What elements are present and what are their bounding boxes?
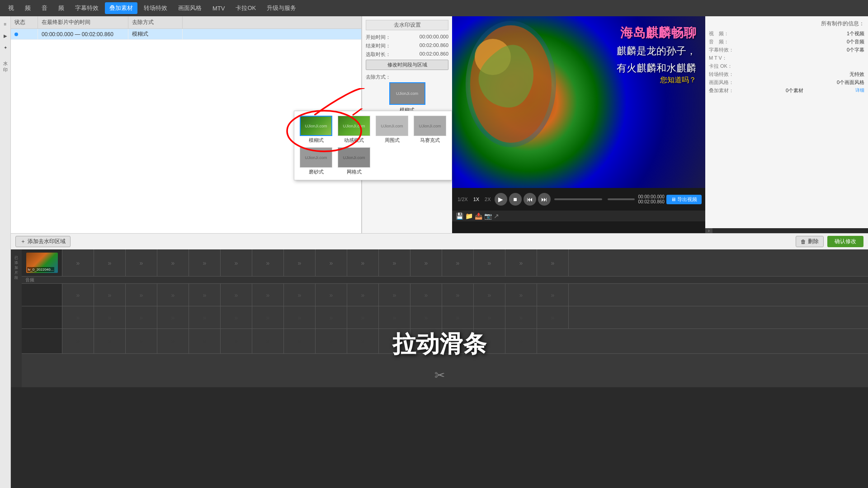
export-button[interactable]: 🖥 导出视频 <box>666 195 702 204</box>
menu-audio2[interactable]: 频 <box>54 2 69 14</box>
sec-cell-1[interactable]: » <box>62 284 94 306</box>
confirm-btn[interactable]: 确认修改 <box>827 236 863 247</box>
sec-cell-6[interactable]: » <box>221 284 252 306</box>
play-button[interactable]: ▶ <box>495 193 507 206</box>
t4-cell-10[interactable]: » <box>347 329 379 353</box>
method-surround[interactable]: UJionJi.com 周围式 <box>374 115 410 145</box>
sec-cell-8[interactable]: » <box>284 284 316 306</box>
sec-cell-2[interactable]: » <box>94 284 126 306</box>
sec-cell-16[interactable]: » <box>537 284 569 306</box>
sec-cell-14[interactable]: » <box>474 284 505 306</box>
t3-cell-5[interactable]: » <box>189 306 221 328</box>
detail-button[interactable]: 详细 <box>855 87 864 94</box>
sec-cell-10[interactable]: » <box>347 284 379 306</box>
t4-cell-6[interactable]: » <box>221 329 252 353</box>
sec-cell-12[interactable]: » <box>410 284 442 306</box>
cell-5[interactable]: » <box>189 249 221 276</box>
prev-button[interactable]: ⏮ <box>524 193 536 206</box>
t3-cell-9[interactable]: » <box>316 306 347 328</box>
t3-cell-8[interactable]: » <box>284 306 316 328</box>
t3-cell-16[interactable]: » <box>537 306 569 328</box>
menu-audio1[interactable]: 音 <box>37 2 52 14</box>
t4-cell-12[interactable]: » <box>410 329 442 353</box>
speed-half-btn[interactable]: 1/2X <box>456 196 470 203</box>
collapse-panel-btn[interactable]: › <box>705 228 712 233</box>
export-icon2[interactable]: 📤 <box>475 212 482 220</box>
t3-cell-11[interactable]: » <box>379 306 410 328</box>
sidebar-icon-2[interactable]: ▶ <box>1 31 10 40</box>
share-icon[interactable]: ↗ <box>494 212 499 220</box>
cell-10[interactable]: » <box>347 249 379 276</box>
sidebar-icon-watermark[interactable]: 水印 <box>1 62 10 71</box>
t4-cell-4[interactable]: » <box>157 329 189 353</box>
folder-icon[interactable]: 📁 <box>465 212 473 220</box>
sidebar-icon-1[interactable]: ≡ <box>1 19 10 28</box>
table-row[interactable]: 00:00:00.000 — 00:02:00.860 模糊式 <box>11 29 361 40</box>
t4-cell-14[interactable]: » <box>474 329 505 353</box>
cell-1[interactable]: » <box>62 249 94 276</box>
menu-transition[interactable]: 转场特效 <box>139 2 172 14</box>
t3-cell-12[interactable]: » <box>410 306 442 328</box>
sidebar-icon-3[interactable]: ✦ <box>1 43 10 52</box>
t4-cell-13[interactable]: » <box>442 329 474 353</box>
progress-bar[interactable] <box>554 198 602 200</box>
t4-cell-2[interactable]: » <box>94 329 126 353</box>
t3-cell-1[interactable]: » <box>62 306 94 328</box>
cell-11[interactable]: » <box>379 249 410 276</box>
t3-cell-6[interactable]: » <box>221 306 252 328</box>
timeline-icon-1[interactable]: 已添加片段 <box>14 255 18 280</box>
method-frosted[interactable]: UJionJi.com 磨砂式 <box>298 146 334 176</box>
t3-cell-15[interactable]: » <box>505 306 537 328</box>
edit-time-btn[interactable]: 修改时间段与区域 <box>366 60 448 70</box>
t3-cell-13[interactable]: » <box>442 306 474 328</box>
menu-video1[interactable]: 视 <box>4 2 19 14</box>
cell-13[interactable]: » <box>442 249 474 276</box>
t4-cell-8[interactable]: » <box>284 329 316 353</box>
menu-upgrade[interactable]: 升级与服务 <box>262 2 301 14</box>
t4-cell-1[interactable]: » <box>62 329 94 353</box>
t3-cell-10[interactable]: » <box>347 306 379 328</box>
t4-cell-3[interactable]: » <box>126 329 157 353</box>
menu-video2[interactable]: 频 <box>20 2 35 14</box>
sec-cell-13[interactable]: » <box>442 284 474 306</box>
t3-cell-2[interactable]: » <box>94 306 126 328</box>
method-blur[interactable]: UJionJi.com 模糊式 <box>298 115 334 145</box>
sec-cell-11[interactable]: » <box>379 284 410 306</box>
method-dropdown[interactable]: UJionJi.com 模糊式 UJionJi.com 动感模式 UJionJi… <box>294 111 452 180</box>
method-mosaic[interactable]: UJionJi.com 马赛克式 <box>412 115 448 145</box>
cell-3[interactable]: » <box>126 249 157 276</box>
cell-2[interactable]: » <box>94 249 126 276</box>
method-grid[interactable]: UJionJi.com 网格式 <box>336 146 372 176</box>
camera-icon[interactable]: 📷 <box>484 212 492 220</box>
cell-16[interactable]: » <box>537 249 569 276</box>
t4-cell-7[interactable]: » <box>252 329 284 353</box>
menu-karaoke[interactable]: 卡拉OK <box>231 2 260 14</box>
sec-cell-5[interactable]: » <box>189 284 221 306</box>
t4-cell-9[interactable]: » <box>316 329 347 353</box>
t4-cell-11[interactable]: » <box>379 329 410 353</box>
sec-cell-15[interactable]: » <box>505 284 537 306</box>
t4-cell-5[interactable]: » <box>189 329 221 353</box>
add-watermark-btn[interactable]: ＋ 添加去水印区域 <box>15 236 71 247</box>
cell-7[interactable]: » <box>252 249 284 276</box>
cell-4[interactable]: » <box>157 249 189 276</box>
speed-double-btn[interactable]: 2X <box>483 196 492 203</box>
video-thumbnail[interactable]: lv_0_2022040... <box>26 253 58 273</box>
speed-normal-btn[interactable]: 1X <box>472 196 481 203</box>
sec-cell-3[interactable]: » <box>126 284 157 306</box>
menu-subtitle[interactable]: 字幕特效 <box>71 2 103 14</box>
t3-cell-3[interactable]: » <box>126 306 157 328</box>
cell-6[interactable]: » <box>221 249 252 276</box>
cell-15[interactable]: » <box>505 249 537 276</box>
t3-cell-4[interactable]: » <box>157 306 189 328</box>
t3-cell-14[interactable]: » <box>474 306 505 328</box>
sec-cell-7[interactable]: » <box>252 284 284 306</box>
sec-cell-9[interactable]: » <box>316 284 347 306</box>
t4-cell-15[interactable]: » <box>505 329 537 353</box>
sec-cell-4[interactable]: » <box>157 284 189 306</box>
cell-12[interactable]: » <box>410 249 442 276</box>
cell-14[interactable]: » <box>474 249 505 276</box>
t3-cell-7[interactable]: » <box>252 306 284 328</box>
stop-button[interactable]: ■ <box>509 193 522 206</box>
scissors-icon[interactable]: ✂ <box>434 368 445 383</box>
